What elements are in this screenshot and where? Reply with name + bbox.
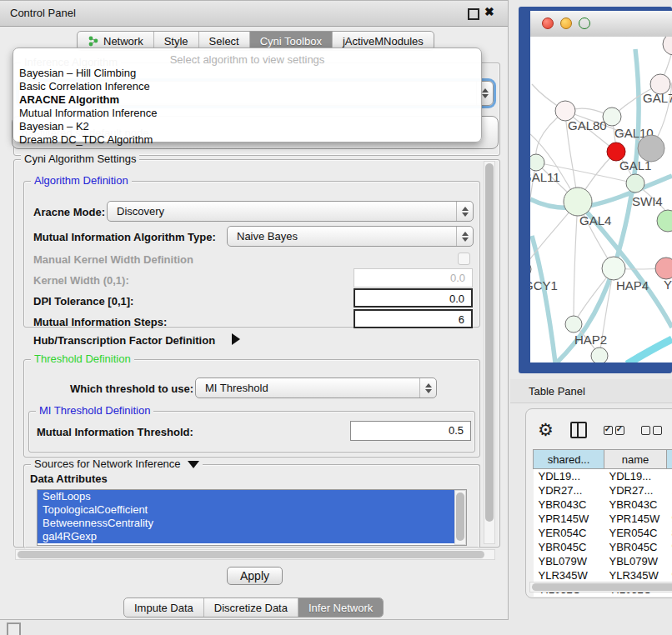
network-node[interactable] (591, 348, 608, 362)
node-label: HAP2 (574, 332, 607, 347)
table-horizontal-scrollbar[interactable] (529, 582, 672, 592)
table-row[interactable]: YBR045CYBR045C9. (534, 540, 672, 554)
data-attribute-item[interactable]: BetweennessCentrality (38, 517, 454, 530)
algorithm-option[interactable]: Bayesian – K2 (13, 120, 481, 133)
tab-impute-data[interactable]: Impute Data (124, 598, 204, 617)
network-node[interactable] (657, 210, 672, 232)
table-row[interactable]: YDR27...YDR27...12 (534, 483, 672, 498)
table-cell: YDL19... (534, 469, 604, 484)
network-edge (532, 236, 555, 362)
sources-title-text: Sources for Network Inference (34, 458, 181, 470)
data-attribute-item[interactable]: gal4RGexp (38, 530, 454, 543)
aracne-mode-combobox[interactable]: Discovery (107, 201, 474, 222)
sources-group-title: Sources for Network Inference (31, 458, 203, 470)
gear-icon[interactable]: ⚙ (538, 421, 554, 439)
mi-threshold-field[interactable]: 0.5 (350, 421, 471, 441)
mi-algorithm-type-label: Mutual Information Algorithm Type: (33, 231, 216, 243)
algorithm-option[interactable]: Mutual Information Inference (13, 107, 481, 120)
unselect-all-icon[interactable] (641, 426, 662, 435)
dpi-tolerance-field[interactable]: 0.0 (354, 288, 473, 308)
attributes-scrollbar[interactable] (454, 490, 466, 545)
expand-right-icon[interactable] (232, 333, 240, 345)
algorithm-dropdown-list: Bayesian – Hill ClimbingBasic Correlatio… (13, 67, 481, 147)
node-label: GAL1 (619, 158, 651, 172)
close-icon[interactable]: ✖ (484, 5, 494, 18)
table-cell: YBR045C (534, 540, 604, 554)
table-panel: ⚙ shared...nameA YDL19...YDL19...13YDR27… (525, 408, 672, 598)
table-toolbar: ⚙ (538, 419, 672, 441)
data-attribute-item[interactable]: SelfLoops (38, 490, 454, 503)
table-row[interactable]: YDL19...YDL19...13 (534, 469, 672, 484)
network-node[interactable] (663, 37, 672, 55)
tab-label: Cyni Toolbox (260, 35, 322, 48)
settings-vertical-scrollbar[interactable] (484, 161, 495, 544)
table-cell: 12 (667, 483, 672, 498)
table-cell: YBR045C (604, 540, 667, 554)
which-threshold-combobox[interactable]: MI Threshold (195, 378, 437, 398)
columns-icon[interactable] (570, 422, 587, 438)
column-header-name[interactable]: name (604, 450, 667, 469)
network-node-gal10[interactable] (603, 108, 621, 126)
table-panel-header: Table Panel (510, 379, 672, 403)
table-cell: 9. (667, 512, 672, 526)
table-row[interactable]: YPR145WYPR145W9. (534, 512, 672, 526)
algorithm-option[interactable]: Basic Correlation Inference (13, 80, 481, 93)
table-cell: YDR27... (534, 483, 604, 498)
network-node-gal4[interactable] (564, 188, 592, 216)
tab-label: Select (209, 35, 239, 48)
manual-kernel-width-checkbox[interactable] (458, 252, 470, 265)
network-canvas[interactable]: GAL7GAL80GAL10GAL11SWI4GAL4GCY1HAP4YHAP2… (530, 37, 672, 362)
mi-threshold-group-title: MI Threshold Definition (36, 404, 153, 417)
apply-button[interactable]: Apply (227, 567, 283, 585)
tab-discretize-data[interactable]: Discretize Data (204, 598, 298, 617)
table-row[interactable]: YBL079WYBL079W (534, 554, 672, 568)
collapse-down-icon[interactable] (188, 461, 199, 468)
data-attributes-list[interactable]: SelfLoopsTopologicalCoefficientBetweenne… (37, 489, 467, 546)
float-window-icon[interactable] (468, 8, 479, 20)
column-header-a[interactable]: A (667, 450, 672, 469)
mi-threshold-label: Mutual Information Threshold: (37, 426, 193, 438)
network-graph: GAL7GAL80GAL10GAL11SWI4GAL4GCY1HAP4YHAP2… (530, 37, 672, 362)
network-node-hap2[interactable] (565, 316, 582, 332)
select-all-icon[interactable] (604, 426, 624, 435)
network-window-titlebar[interactable] (530, 11, 672, 38)
node-label: GCY1 (530, 278, 558, 292)
node-label: GAL11 (530, 170, 560, 184)
algorithm-option[interactable]: Dream8 DC_TDC Algorithm (13, 133, 481, 147)
node-label: Y (664, 278, 672, 292)
algorithm-option[interactable]: Bayesian – Hill Climbing (13, 67, 481, 80)
table-row[interactable]: YER054CYER054C8. (534, 526, 672, 540)
tab-infer-network[interactable]: Infer Network (298, 598, 383, 617)
minimize-traffic-light-icon[interactable] (560, 18, 572, 29)
mi-steps-field[interactable]: 6 (354, 309, 473, 328)
algorithm-definition-title: Algorithm Definition (31, 174, 132, 187)
node-label: GAL80 (568, 118, 607, 132)
which-threshold-value: MI Threshold (205, 382, 268, 394)
network-node-hap4[interactable] (602, 257, 625, 280)
screen: Control Panel ✖ NetworkStyleSelectCyni T… (0, 0, 672, 635)
network-node-y[interactable] (655, 258, 672, 279)
network-node-gcy1[interactable] (530, 261, 531, 278)
threshold-definition-title: Threshold Definition (31, 352, 134, 365)
network-node-swi4[interactable] (626, 174, 644, 192)
table-cell: YLR345W (604, 568, 667, 582)
table-row[interactable]: YLR345WYLR345W9. (534, 568, 672, 582)
settings-horizontal-scrollbar[interactable] (15, 549, 495, 560)
table-cell: 9. (667, 540, 672, 554)
mi-algorithm-type-combobox[interactable]: Naive Bayes (227, 226, 474, 247)
dpi-tolerance-label: DPI Tolerance [0,1]: (33, 295, 133, 308)
node-label: GAL7 (643, 91, 672, 105)
network-edge (574, 202, 578, 324)
data-attribute-item[interactable]: TopologicalCoefficient (38, 503, 454, 517)
column-header-shared[interactable]: shared... (534, 450, 604, 469)
network-icon (88, 35, 99, 47)
panel-grip-icon[interactable] (7, 622, 21, 635)
table-cell: 9. (667, 568, 672, 582)
close-traffic-light-icon[interactable] (542, 18, 554, 29)
algorithm-option[interactable]: ARACNE Algorithm (13, 93, 481, 107)
node-attribute-table: shared...nameA YDL19...YDL19...13YDR27..… (533, 449, 672, 597)
kernel-width-field[interactable]: 0.0 (354, 268, 473, 288)
network-node-gal11[interactable] (530, 154, 544, 171)
table-row[interactable]: YBR043CYBR043C (534, 498, 672, 512)
zoom-traffic-light-icon[interactable] (579, 18, 590, 29)
